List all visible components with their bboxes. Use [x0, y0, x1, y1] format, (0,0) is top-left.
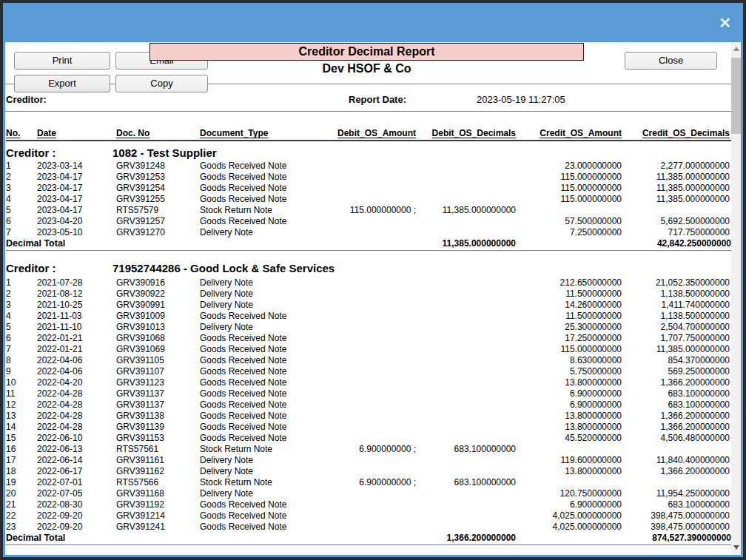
cell-credit-amount: 212.650000000	[516, 277, 622, 289]
table-row: 102022-04-20GRV391123Goods Received Note…	[6, 377, 731, 388]
creditor-group-label: Creditor :	[6, 262, 112, 274]
cell-date: 2023-04-17	[37, 194, 116, 205]
cell-doc-no: GRV391138	[116, 411, 200, 422]
scrollbar-down-button[interactable]	[731, 542, 741, 553]
cell-credit-decimals: 11,385.000000000	[622, 172, 730, 183]
cell-credit-amount: 119.600000000	[516, 455, 622, 466]
cell-debit-decimals: 683.100000000	[416, 444, 516, 455]
table-row: 42023-04-17GRV391255Goods Received Note1…	[6, 194, 731, 205]
cell-date: 2021-08-12	[37, 289, 116, 300]
cell-doc-no: GRV391161	[116, 455, 200, 466]
cell-doc-no: GRV391107	[116, 366, 200, 377]
cell-debit-amount	[320, 322, 416, 333]
creditor-filter-label: Creditor:	[6, 94, 47, 105]
cell-doc-no: GRV391123	[116, 377, 200, 388]
cell-credit-decimals: 1,366.200000000	[622, 411, 730, 422]
decimal-total-row: Decimal Total1,366.200000000874,527.3900…	[6, 533, 731, 544]
cell-date: 2022-04-20	[37, 377, 116, 388]
column-header-debit-amount: Debit_OS_Amount	[320, 127, 416, 140]
cell-date: 2022-01-21	[37, 333, 116, 344]
cell-debit-decimals	[416, 216, 516, 227]
cell-no: 19	[6, 477, 37, 488]
cell-debit-amount	[320, 355, 416, 366]
cell-debit-decimals	[416, 277, 516, 289]
table-row: 72023-05-10GRV391270Delivery Note7.25000…	[6, 227, 731, 238]
cell-debit-amount	[320, 289, 416, 300]
cell-doc-no: GRV391241	[116, 522, 200, 533]
table-row: 192022-07-01RTS57566Stock Return Note6.9…	[6, 477, 731, 488]
cell-credit-amount: 13.800000000	[516, 411, 622, 422]
cell-date: 2021-11-03	[37, 311, 116, 322]
cell-no: 5	[6, 205, 37, 216]
table-row: 122022-04-28GRV391137Goods Received Note…	[6, 399, 731, 411]
cell-credit-decimals: 1,707.750000000	[622, 333, 730, 344]
table-row: 52021-11-10GRV391013Delivery Note25.3000…	[6, 322, 731, 333]
cell-debit-decimals	[416, 227, 516, 238]
cell-debit-decimals: 11,385.000000000	[416, 205, 516, 216]
cell-debit-amount: 6.900000000 ;	[320, 444, 416, 455]
scroll-down-icon	[733, 545, 739, 550]
copy-button[interactable]: Copy	[115, 75, 208, 92]
print-button[interactable]: Print	[14, 52, 110, 70]
cell-debit-decimals	[416, 311, 516, 322]
cell-credit-amount: 115.000000000	[516, 194, 622, 205]
cell-date: 2022-06-13	[37, 444, 116, 455]
group-divider	[6, 544, 731, 545]
cell-doc-no: GRV391137	[116, 399, 200, 411]
cell-no: 21	[6, 499, 37, 510]
cell-credit-amount: 13.800000000	[516, 422, 622, 433]
cell-no: 22	[6, 510, 37, 522]
cell-date: 2023-03-14	[37, 161, 116, 172]
cell-debit-amount	[320, 510, 416, 522]
cell-no: 15	[6, 433, 37, 444]
table-row: 212022-08-30GRV391192Goods Received Note…	[6, 499, 731, 510]
decimal-total-label: Decimal Total	[6, 533, 416, 544]
cell-credit-amount: 5.750000000	[516, 366, 622, 377]
table-header-divider	[6, 140, 731, 141]
cell-credit-decimals: 717.750000000	[622, 227, 730, 238]
cell-no: 17	[6, 455, 37, 466]
creditor-group-name: 1082 - Test Supplier	[112, 146, 731, 159]
cell-debit-amount: 115.000000000 ;	[320, 205, 416, 216]
cell-date: 2022-07-01	[37, 477, 116, 488]
cell-date: 2022-04-06	[37, 355, 116, 366]
vertical-scrollbar[interactable]	[731, 43, 741, 553]
cell-credit-amount: 11.500000000	[516, 289, 622, 300]
cell-no: 11	[6, 388, 37, 399]
cell-no: 8	[6, 355, 37, 366]
scrollbar-up-button[interactable]	[731, 43, 741, 55]
cell-debit-amount	[320, 366, 416, 377]
total-spacer	[516, 238, 622, 249]
close-button[interactable]: Close	[625, 52, 717, 70]
cell-debit-decimals: 683.100000000	[416, 477, 516, 488]
cell-credit-decimals: 11,385.000000000	[622, 344, 730, 355]
cell-date: 2022-01-21	[37, 344, 116, 355]
cell-credit-decimals: 11,954.250000000	[622, 488, 730, 499]
cell-debit-amount	[320, 344, 416, 355]
cell-doc-type: Goods Received Note	[200, 411, 320, 422]
cell-credit-amount: 11.500000000	[516, 311, 622, 322]
scrollbar-thumb[interactable]	[731, 58, 741, 134]
cell-debit-amount	[320, 172, 416, 183]
cell-credit-decimals: 11,385.000000000	[622, 194, 730, 205]
cell-doc-type: Delivery Note	[200, 322, 320, 333]
cell-credit-decimals: 4,506.480000000	[622, 433, 730, 444]
cell-debit-decimals	[416, 499, 516, 510]
close-icon[interactable]: ✕	[719, 13, 731, 33]
cell-doc-type: Goods Received Note	[200, 510, 320, 522]
table-row: 42021-11-03GRV391009Goods Received Note1…	[6, 311, 731, 322]
report-title-band: Creditor Decimal Report	[149, 43, 584, 61]
cell-debit-decimals	[416, 422, 516, 433]
export-button[interactable]: Export	[14, 75, 110, 92]
table-row: 182022-06-17GRV391162Delivery Note13.800…	[6, 466, 731, 477]
cell-credit-decimals: 11,385.000000000	[622, 183, 730, 194]
header-divider-top	[5, 84, 731, 84]
cell-date: 2022-04-28	[37, 411, 116, 422]
cell-doc-type: Goods Received Note	[200, 161, 320, 172]
cell-credit-amount: 23.000000000	[516, 161, 622, 172]
cell-doc-type: Goods Received Note	[200, 216, 320, 227]
dialog-content: Print Email Export Copy Close Creditor D…	[5, 42, 741, 555]
cell-credit-amount: 25.300000000	[516, 322, 622, 333]
cell-debit-decimals	[416, 172, 516, 183]
total-debit-decimals: 1,366.200000000	[416, 533, 516, 544]
